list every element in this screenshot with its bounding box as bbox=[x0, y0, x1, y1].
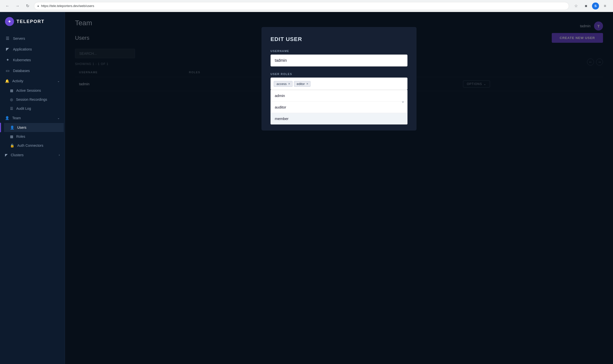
sidebar-logo: ✦ TELEPORT bbox=[0, 12, 65, 31]
modal-overlay: EDIT USER USERNAME USER ROLES access × bbox=[65, 12, 613, 364]
username-form-group: USERNAME bbox=[270, 50, 408, 66]
auth-connectors-icon: 🔒 bbox=[10, 144, 14, 148]
sidebar-item-active-sessions[interactable]: ▩ Active Sessions bbox=[5, 86, 65, 95]
username-label: USERNAME bbox=[270, 50, 408, 52]
databases-icon: ▭ bbox=[5, 68, 10, 73]
session-recordings-icon: ◎ bbox=[10, 98, 13, 102]
servers-icon: ☰ bbox=[5, 36, 10, 41]
audit-log-icon: ☰ bbox=[10, 106, 13, 110]
activity-icon: 🔔 bbox=[5, 79, 9, 83]
roles-icon: ▩ bbox=[10, 134, 13, 138]
team-children: 👤 Users ▩ Roles 🔒 Auth Connectors bbox=[0, 123, 65, 150]
sidebar-label-servers: Servers bbox=[13, 36, 25, 40]
pocket-button[interactable]: ■ bbox=[582, 2, 590, 10]
forward-button[interactable]: → bbox=[14, 2, 21, 10]
sidebar-label-clusters: Clusters bbox=[11, 153, 24, 157]
roles-select-box[interactable]: access × editor × bbox=[270, 78, 408, 90]
username-input[interactable] bbox=[270, 54, 408, 66]
roles-label: USER ROLES bbox=[270, 72, 408, 76]
sidebar-label-auth-connectors: Auth Connectors bbox=[17, 144, 43, 148]
refresh-button[interactable]: ↻ bbox=[24, 2, 31, 10]
clusters-icon: ◤ bbox=[5, 153, 8, 157]
sidebar-item-roles[interactable]: ▩ Roles bbox=[5, 132, 65, 141]
users-icon: 👤 bbox=[10, 126, 14, 130]
app-layout: ✦ TELEPORT ☰ Servers ◤ Applications ✦ Ku… bbox=[0, 12, 613, 364]
clusters-chevron: › bbox=[59, 153, 60, 157]
sidebar-item-applications[interactable]: ◤ Applications bbox=[0, 44, 65, 54]
shield-icon: ● bbox=[37, 4, 39, 8]
sidebar-item-kubernetes[interactable]: ✦ Kubernetes bbox=[0, 54, 65, 65]
active-sessions-icon: ▩ bbox=[10, 88, 13, 92]
sidebar-label-roles: Roles bbox=[16, 134, 25, 138]
sidebar-item-auth-connectors[interactable]: 🔒 Auth Connectors bbox=[5, 141, 65, 150]
sidebar-item-activity[interactable]: 🔔 Activity ⌄ bbox=[0, 76, 65, 86]
sidebar: ✦ TELEPORT ☰ Servers ◤ Applications ✦ Ku… bbox=[0, 12, 65, 364]
modal-title: EDIT USER bbox=[270, 36, 408, 42]
dropdown-item-member[interactable]: member bbox=[271, 113, 407, 124]
url-text: https://tele.teleporters.dev/web/users bbox=[41, 4, 94, 8]
sidebar-label-applications: Applications bbox=[13, 47, 32, 51]
kubernetes-icon: ✦ bbox=[5, 58, 10, 62]
roles-dropdown-list: admin auditor member bbox=[270, 90, 408, 124]
applications-icon: ◤ bbox=[5, 47, 10, 52]
sidebar-label-users: Users bbox=[17, 126, 26, 130]
menu-button[interactable]: ≡ bbox=[601, 2, 609, 10]
browser-right-icons: ☆ ■ S ≡ bbox=[572, 2, 609, 10]
back-button[interactable]: ← bbox=[4, 2, 11, 10]
sidebar-item-team[interactable]: 👤 Team ⌄ bbox=[0, 113, 65, 123]
role-tag-editor-label: editor bbox=[297, 82, 305, 86]
role-tag-editor: editor × bbox=[294, 81, 311, 87]
edit-user-modal: EDIT USER USERNAME USER ROLES access × bbox=[262, 27, 416, 130]
activity-children: ▩ Active Sessions ◎ Session Recordings ☰… bbox=[0, 86, 65, 113]
browser-profile[interactable]: S bbox=[592, 2, 599, 10]
sidebar-item-session-recordings[interactable]: ◎ Session Recordings bbox=[5, 95, 65, 104]
address-bar[interactable]: ● https://tele.teleporters.dev/web/users bbox=[34, 2, 569, 10]
dropdown-item-auditor[interactable]: auditor bbox=[271, 102, 407, 113]
sidebar-navigation: ☰ Servers ◤ Applications ✦ Kubernetes ▭ … bbox=[0, 31, 65, 364]
role-tag-editor-remove[interactable]: × bbox=[306, 82, 308, 86]
logo-icon: ✦ bbox=[5, 17, 14, 26]
sidebar-label-databases: Databases bbox=[13, 69, 30, 73]
browser-chrome: ← → ↻ ● https://tele.teleporters.dev/web… bbox=[0, 0, 613, 12]
logo-text: TELEPORT bbox=[16, 19, 44, 24]
role-tag-access: access × bbox=[274, 81, 292, 87]
sidebar-label-audit-log: Audit Log bbox=[16, 106, 31, 110]
activity-chevron: ⌄ bbox=[57, 79, 60, 83]
team-icon: 👤 bbox=[5, 116, 9, 120]
active-indicator bbox=[0, 123, 1, 132]
sidebar-item-databases[interactable]: ▭ Databases bbox=[0, 65, 65, 76]
role-tag-access-remove[interactable]: × bbox=[288, 82, 290, 86]
roles-select-container: access × editor × ⌄ admin au bbox=[270, 78, 408, 124]
team-chevron: ⌄ bbox=[57, 116, 60, 120]
sidebar-item-clusters[interactable]: ◤ Clusters › bbox=[0, 150, 65, 160]
star-button[interactable]: ☆ bbox=[572, 2, 580, 10]
main-content: Team tadmin T Users CREATE NEW USER SHOW… bbox=[65, 12, 613, 364]
dropdown-item-admin[interactable]: admin bbox=[271, 90, 407, 102]
sidebar-item-servers[interactable]: ☰ Servers bbox=[0, 33, 65, 44]
sidebar-item-audit-log[interactable]: ☰ Audit Log bbox=[5, 104, 65, 113]
sidebar-item-users[interactable]: 👤 Users bbox=[4, 123, 64, 132]
sidebar-label-active-sessions: Active Sessions bbox=[16, 88, 41, 92]
sidebar-label-activity: Activity bbox=[12, 79, 23, 83]
roles-form-group: USER ROLES access × editor × bbox=[270, 72, 408, 124]
users-item-wrapper: 👤 Users bbox=[5, 123, 65, 132]
sidebar-label-team: Team bbox=[12, 116, 21, 120]
sidebar-label-kubernetes: Kubernetes bbox=[13, 58, 31, 62]
role-tag-access-label: access bbox=[276, 82, 286, 86]
sidebar-label-session-recordings: Session Recordings bbox=[16, 98, 47, 102]
